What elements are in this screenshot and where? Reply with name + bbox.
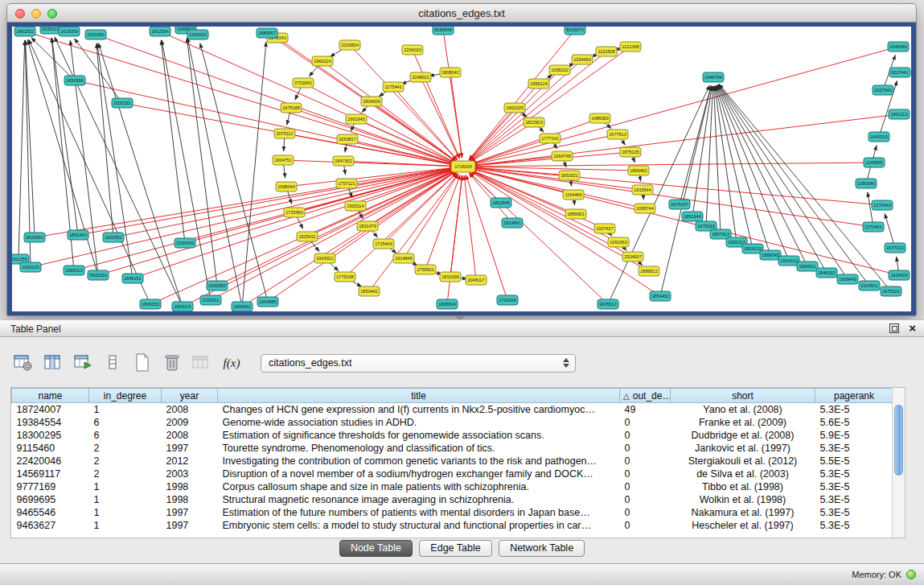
graph-node[interactable]: 9227441: [889, 68, 910, 77]
graph-node[interactable]: 2160632: [187, 30, 208, 39]
delete-table-icon[interactable]: [162, 353, 183, 373]
table-row[interactable]: 969969511998Structural magnetic resonanc…: [12, 493, 893, 506]
graph-node[interactable]: 1254493: [572, 55, 593, 64]
graph-node[interactable]: 1904213: [778, 256, 799, 266]
graph-node[interactable]: 8183048: [433, 27, 454, 35]
graph-node[interactable]: 1808042: [440, 68, 461, 77]
graph-node[interactable]: 1064748: [552, 151, 573, 161]
graph-node[interactable]: 2048117: [466, 275, 487, 285]
graph-node[interactable]: 1846151: [122, 274, 143, 283]
graph-node[interactable]: 1831479: [357, 221, 378, 231]
graph-node[interactable]: 1905114: [345, 201, 366, 211]
graph-node[interactable]: 2060950: [207, 281, 228, 290]
graph-node[interactable]: 1904751: [273, 155, 294, 165]
graph-node[interactable]: 1775038: [335, 272, 355, 282]
graph-node[interactable]: 1924509: [889, 270, 910, 280]
graph-node[interactable]: 1834009: [361, 97, 382, 106]
graph-node[interactable]: 8153074: [565, 27, 585, 35]
graph-node[interactable]: 1724026: [451, 161, 475, 172]
graph-node[interactable]: 1851944: [682, 212, 703, 221]
graph-node[interactable]: 1914845: [393, 253, 414, 263]
graph-node[interactable]: 1854432: [650, 291, 671, 301]
graph-node[interactable]: 1904985: [257, 297, 278, 307]
graph-node[interactable]: 1901945: [346, 114, 367, 124]
graph-node[interactable]: 1875135: [620, 147, 641, 157]
graph-node[interactable]: 2075112: [274, 129, 295, 138]
table-settings-icon[interactable]: [13, 353, 34, 373]
graph-node[interactable]: 1869462: [628, 166, 649, 175]
citation-network-graph[interactable]: 1724026180804222483211275441183400919019…: [12, 27, 911, 311]
graph-node[interactable]: 1675188: [281, 103, 302, 113]
import-table-icon[interactable]: [72, 353, 93, 373]
new-file-icon[interactable]: [132, 353, 153, 373]
graph-node[interactable]: 2200834: [339, 40, 360, 50]
graph-node[interactable]: 1942113: [889, 109, 910, 119]
graph-node[interactable]: 1679197: [669, 200, 690, 209]
graph-node[interactable]: 1007427: [594, 224, 615, 233]
graph-node[interactable]: 1270461: [863, 222, 884, 232]
graph-node[interactable]: 1889567: [257, 28, 277, 38]
graph-node[interactable]: 1757121: [336, 179, 357, 188]
graph-node[interactable]: 1915544: [632, 185, 653, 195]
graph-node[interactable]: 1650596: [64, 76, 85, 85]
graph-node[interactable]: 1050346: [856, 179, 877, 188]
graph-node[interactable]: 1956124: [528, 79, 549, 89]
graph-node[interactable]: 1812554: [150, 27, 170, 36]
graph-node[interactable]: 1889951: [565, 209, 586, 219]
graph-node[interactable]: 2093817: [337, 134, 358, 144]
graph-node[interactable]: 1725450: [284, 208, 305, 217]
graph-node[interactable]: 2620650: [24, 233, 45, 242]
graph-node[interactable]: 1095744: [634, 204, 655, 213]
merge-table-icon[interactable]: [191, 353, 212, 373]
table-row[interactable]: 911546021997Tourette syndrome. Phenomeno…: [12, 442, 893, 455]
graph-node[interactable]: 1889512: [639, 266, 659, 276]
graph-node[interactable]: 1889045: [760, 250, 781, 260]
graph-node[interactable]: 1955013: [64, 266, 84, 275]
column-header-name[interactable]: name: [12, 389, 89, 403]
graph-node[interactable]: 1615059: [59, 27, 80, 36]
table-row[interactable]: 2242004622012Investigating the contribut…: [12, 455, 893, 468]
column-header-year[interactable]: year: [162, 389, 218, 403]
graph-node[interactable]: 1149505: [864, 158, 885, 167]
graph-node[interactable]: 1890542: [232, 302, 253, 311]
column-header-in_degree[interactable]: in_degree: [89, 389, 162, 403]
graph-node[interactable]: 1846153: [140, 299, 161, 309]
column-header-short[interactable]: short: [671, 389, 815, 403]
table-row[interactable]: 977716911998Corpus callosum shape and si…: [12, 480, 893, 493]
graph-node[interactable]: 1905115: [172, 302, 193, 311]
graph-node[interactable]: 1904321: [314, 253, 335, 263]
window-titlebar[interactable]: citations_edges.txt: [7, 4, 916, 23]
graph-node[interactable]: 1850442: [359, 286, 380, 296]
graph-node[interactable]: 1045480: [888, 42, 909, 51]
graph-node[interactable]: 1914841: [502, 218, 523, 228]
tab-node-table[interactable]: Node Table: [339, 540, 413, 557]
graph-node[interactable]: 1930125: [20, 262, 41, 272]
graph-node[interactable]: 1946794: [703, 72, 724, 82]
table-row[interactable]: 1938455462009Genome-wide association stu…: [12, 416, 893, 429]
table-row[interactable]: 1456911722003Disruption of a novel membe…: [12, 468, 893, 480]
graph-node[interactable]: 1901552: [103, 233, 124, 242]
table-selector-dropdown[interactable]: citations_edges.txt: [261, 354, 576, 373]
graph-node[interactable]: 1651621: [559, 171, 580, 180]
table-row[interactable]: 946362711997Embryonic stem cells: a mode…: [12, 519, 893, 532]
column-header-out_de[interactable]: △out_de…: [620, 389, 671, 403]
graph-node[interactable]: 1777141: [540, 134, 561, 143]
graph-node[interactable]: 1847302: [333, 156, 354, 166]
graph-node[interactable]: 1960124: [312, 56, 333, 66]
graph-node[interactable]: 1121508: [596, 47, 617, 56]
graph-node[interactable]: 1753018: [497, 295, 518, 305]
graph-node[interactable]: 1154469: [563, 190, 584, 200]
graph-node[interactable]: 1275441: [383, 82, 404, 92]
scrollbar-thumb[interactable]: [894, 405, 903, 476]
function-builder-button[interactable]: f(x): [221, 353, 242, 373]
graph-node[interactable]: 1891502: [14, 27, 35, 36]
graph-node[interactable]: 1994511: [797, 262, 818, 271]
tab-edge-table[interactable]: Edge Table: [419, 540, 491, 557]
graph-node[interactable]: 1095102: [549, 65, 570, 75]
graph-node[interactable]: 1851845: [491, 198, 511, 208]
graph-node[interactable]: 1891463: [68, 230, 88, 240]
graph-node[interactable]: 1755901: [415, 265, 436, 274]
graph-node[interactable]: 1961025: [504, 103, 525, 113]
graph-node[interactable]: 1725443: [373, 239, 394, 249]
column-header-title[interactable]: title: [218, 389, 620, 403]
